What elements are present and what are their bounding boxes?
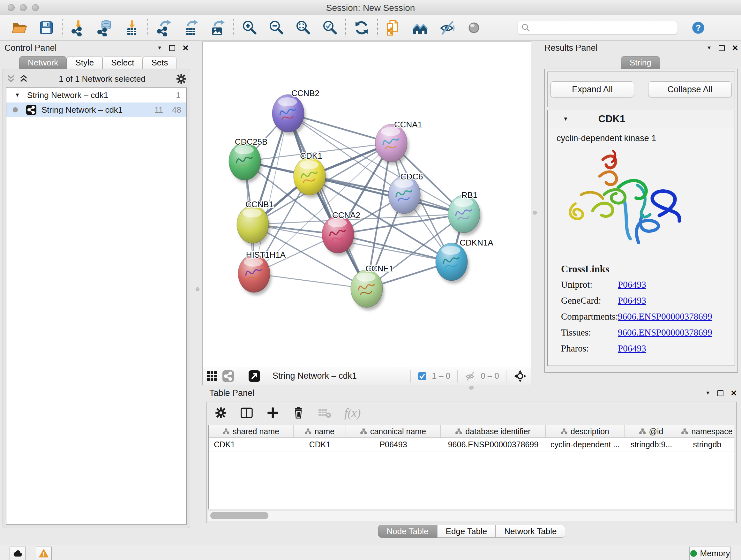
- table-settings-gear-icon[interactable]: [215, 407, 227, 419]
- table-horizontal-scrollbar[interactable]: [208, 510, 734, 521]
- cell-name[interactable]: CDK1: [293, 440, 346, 449]
- crosslink-value-link[interactable]: P06493: [618, 343, 646, 354]
- delete-table-icon[interactable]: [318, 407, 332, 419]
- expand-all-button[interactable]: Expand All: [550, 81, 634, 98]
- table-panel-menu-icon[interactable]: ▼: [705, 390, 711, 396]
- selected-nodes-checkbox-icon[interactable]: [418, 372, 427, 381]
- collapse-all-icon[interactable]: [6, 75, 16, 83]
- column-header-shared-name[interactable]: shared name: [209, 425, 293, 437]
- zoom-in-icon[interactable]: [241, 19, 258, 37]
- column-header-id[interactable]: @id: [624, 425, 678, 437]
- open-session-icon[interactable]: [11, 19, 28, 37]
- left-splitter-handle[interactable]: [196, 287, 199, 291]
- import-network-from-database-icon[interactable]: [96, 19, 114, 37]
- node-CCNB1[interactable]: CCNB1: [237, 199, 273, 246]
- pan-target-icon[interactable]: [514, 369, 527, 383]
- tab-select[interactable]: Select: [103, 56, 143, 69]
- node-HIST1H1A[interactable]: HIST1H1A: [238, 250, 286, 295]
- zoom-out-icon[interactable]: [267, 19, 285, 37]
- node-label: CDKN1A: [460, 238, 493, 247]
- zoom-fit-icon[interactable]: [294, 19, 312, 37]
- column-header-namespace[interactable]: namespace: [678, 425, 734, 437]
- string-home-icon[interactable]: [412, 19, 429, 37]
- grid-view-icon[interactable]: [206, 371, 217, 381]
- export-image-icon[interactable]: [209, 19, 226, 37]
- cell-id[interactable]: stringdb:9...: [624, 440, 678, 449]
- show-columns-icon[interactable]: [240, 407, 254, 419]
- results-panel-float-icon[interactable]: [719, 45, 725, 51]
- export-table-icon[interactable]: [182, 19, 199, 37]
- import-network-icon[interactable]: [70, 19, 87, 37]
- node-CCNB2[interactable]: CCNB2: [272, 88, 320, 135]
- refresh-network-icon[interactable]: [353, 19, 370, 37]
- network-share-icon[interactable]: [222, 370, 234, 382]
- import-table-icon[interactable]: [123, 19, 140, 37]
- tab-edge-table[interactable]: Edge Table: [437, 525, 496, 538]
- table-panel-float-icon[interactable]: [718, 390, 724, 396]
- search-input[interactable]: [518, 21, 677, 35]
- column-header-name[interactable]: name: [293, 425, 346, 437]
- crosslink-label: GeneCard:: [561, 295, 618, 306]
- tab-style[interactable]: Style: [67, 56, 103, 69]
- network-row[interactable]: String Network – cdk1 11 48: [6, 103, 186, 117]
- node-CDKN1A[interactable]: CDKN1A: [435, 238, 493, 284]
- crosslink-value-link[interactable]: 9606.ENSP00000378699: [618, 327, 712, 338]
- gene-section-expander-icon[interactable]: ▼: [563, 116, 568, 122]
- node-CDC25B[interactable]: CDC25B: [229, 137, 267, 183]
- help-icon[interactable]: ?: [690, 20, 706, 36]
- control-panel-close-icon[interactable]: ✕: [182, 44, 189, 52]
- crosslink-label: Compartments:: [561, 311, 618, 322]
- cell-namespace[interactable]: stringdb: [678, 440, 734, 449]
- results-panel-menu-icon[interactable]: ▼: [706, 45, 712, 51]
- control-panel-menu-icon[interactable]: ▼: [157, 45, 162, 51]
- tab-node-table[interactable]: Node Table: [378, 525, 437, 538]
- node-RB1[interactable]: RB1: [448, 190, 482, 236]
- show-all-icon[interactable]: [465, 19, 482, 37]
- column-header-canonical-name[interactable]: canonical name: [346, 425, 441, 437]
- cell-canonical-name[interactable]: P06493: [346, 440, 441, 449]
- results-panel-close-icon[interactable]: ✕: [732, 44, 738, 52]
- save-session-icon[interactable]: [38, 19, 55, 37]
- cloud-status-button[interactable]: [10, 547, 25, 560]
- collapse-all-button[interactable]: Collapse All: [648, 81, 732, 98]
- right-splitter-handle[interactable]: [533, 211, 537, 214]
- crosslink-value-link[interactable]: P06493: [618, 279, 646, 290]
- network-options-gear-icon[interactable]: [176, 73, 187, 84]
- tab-string[interactable]: String: [621, 56, 660, 69]
- memory-button[interactable]: Memory: [689, 547, 731, 560]
- export-network-icon[interactable]: [155, 19, 172, 37]
- column-header-description[interactable]: description: [546, 425, 624, 437]
- crosslink-value-link[interactable]: P06493: [618, 295, 646, 306]
- cell-shared-name[interactable]: CDK1: [209, 440, 293, 449]
- node-CCNA1[interactable]: CCNA1: [375, 120, 422, 165]
- crosslink-row: Pharos:P06493: [561, 343, 712, 354]
- table-row[interactable]: CDK1CDK1P064939606.ENSP00000378699cyclin…: [209, 438, 734, 451]
- column-header-database-identifier[interactable]: database identifier: [441, 425, 546, 437]
- node-CDK1[interactable]: CDK1: [293, 151, 327, 198]
- crosslink-value-link[interactable]: 9606.ENSP00000378699: [618, 311, 712, 322]
- tree-expander-icon[interactable]: ▼: [15, 92, 20, 98]
- gene-name: CDK1: [598, 113, 625, 125]
- network-canvas[interactable]: CCNB2CCNA1CDC25BCDK1CDC6RB1CCNB1CCNA2CDK…: [203, 42, 531, 367]
- hide-unhide-icon[interactable]: [439, 19, 456, 37]
- control-panel-float-icon[interactable]: [169, 45, 175, 51]
- expand-all-icon[interactable]: [19, 75, 28, 83]
- zoom-selected-icon[interactable]: [321, 19, 338, 37]
- network-collection-row[interactable]: ▼ String Network – cdk1 1: [6, 88, 186, 103]
- node-CDC6[interactable]: CDC6: [388, 172, 423, 216]
- add-column-icon[interactable]: [266, 407, 279, 419]
- tab-network-table[interactable]: Network Table: [495, 525, 565, 538]
- cell-database-identifier[interactable]: 9606.ENSP00000378699: [441, 440, 546, 449]
- function-builder-icon[interactable]: f(x): [344, 406, 360, 420]
- delete-column-trash-icon[interactable]: [292, 406, 305, 420]
- node-CCNA2[interactable]: CCNA2: [322, 210, 360, 256]
- edge[interactable]: [288, 113, 367, 289]
- birds-eye-view-icon[interactable]: [248, 370, 260, 382]
- table-panel-close-icon[interactable]: ✕: [731, 389, 737, 397]
- import-string-network-icon[interactable]: [385, 19, 402, 37]
- warning-status-button[interactable]: [36, 547, 52, 560]
- scrollbar-thumb[interactable]: [210, 512, 268, 519]
- tab-network[interactable]: Network: [19, 56, 67, 69]
- tab-sets[interactable]: Sets: [143, 56, 177, 69]
- cell-description[interactable]: cyclin-dependent ...: [546, 440, 624, 449]
